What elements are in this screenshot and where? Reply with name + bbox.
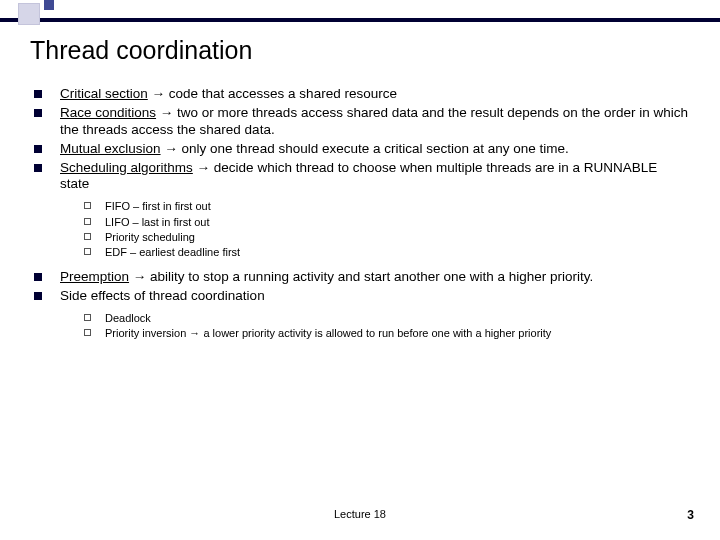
bullet-icon	[34, 164, 42, 172]
bullet-text: Mutual exclusion → only one thread shoul…	[60, 141, 690, 158]
sub-item: Priority scheduling	[84, 230, 690, 245]
bullet-text: Scheduling algorithms → decide which thr…	[60, 160, 690, 194]
bullet-item: Preemption → ability to stop a running a…	[34, 269, 690, 286]
sideeffects-sublist: Deadlock Priority inversion → a lower pr…	[84, 311, 690, 342]
bullet-icon	[34, 109, 42, 117]
sub-bullet-icon	[84, 233, 91, 240]
sub-item: EDF – earliest deadline first	[84, 245, 690, 260]
slide-content: Critical section → code that accesses a …	[34, 86, 690, 349]
scheduling-sublist: FIFO – first in first out LIFO – last in…	[84, 199, 690, 261]
sub-text: Priority scheduling	[105, 230, 195, 245]
bullet-text: Critical section → code that accesses a …	[60, 86, 690, 103]
bullet-text: Side effects of thread coordination	[60, 288, 690, 305]
sub-text: LIFO – last in first out	[105, 215, 210, 230]
bullet-icon	[34, 90, 42, 98]
top-bar	[0, 18, 720, 22]
decor-square-large	[18, 3, 40, 25]
bullet-item: Scheduling algorithms → decide which thr…	[34, 160, 690, 194]
decor-square-small	[44, 0, 54, 10]
slide-title: Thread coordination	[30, 36, 252, 65]
sub-text: Priority inversion → a lower priority ac…	[105, 326, 551, 341]
slide-top-decoration	[0, 0, 720, 26]
footer-lecture: Lecture 18	[0, 508, 720, 520]
sub-item: LIFO – last in first out	[84, 215, 690, 230]
main-bullet-list: Critical section → code that accesses a …	[34, 86, 690, 193]
bullet-icon	[34, 292, 42, 300]
sub-item: FIFO – first in first out	[84, 199, 690, 214]
sub-text: EDF – earliest deadline first	[105, 245, 240, 260]
sub-item: Priority inversion → a lower priority ac…	[84, 326, 690, 341]
bullet-text: Preemption → ability to stop a running a…	[60, 269, 690, 286]
bullet-text: Race conditions → two or more threads ac…	[60, 105, 690, 139]
sub-text: Deadlock	[105, 311, 151, 326]
sub-text: FIFO – first in first out	[105, 199, 211, 214]
sub-bullet-icon	[84, 314, 91, 321]
page-number: 3	[687, 508, 694, 522]
bullet-item: Mutual exclusion → only one thread shoul…	[34, 141, 690, 158]
main-bullet-list-2: Preemption → ability to stop a running a…	[34, 269, 690, 305]
sub-item: Deadlock	[84, 311, 690, 326]
sub-bullet-icon	[84, 218, 91, 225]
sub-bullet-icon	[84, 248, 91, 255]
bullet-item: Critical section → code that accesses a …	[34, 86, 690, 103]
bullet-item: Race conditions → two or more threads ac…	[34, 105, 690, 139]
sub-bullet-icon	[84, 202, 91, 209]
bullet-icon	[34, 145, 42, 153]
bullet-icon	[34, 273, 42, 281]
sub-bullet-icon	[84, 329, 91, 336]
bullet-item: Side effects of thread coordination	[34, 288, 690, 305]
